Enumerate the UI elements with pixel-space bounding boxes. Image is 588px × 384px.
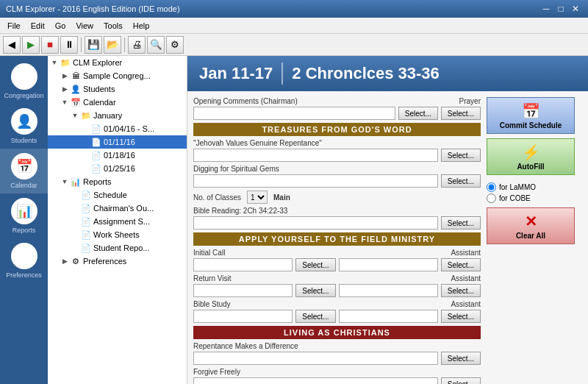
minimize-button[interactable]: ─ <box>539 3 553 15</box>
initial-call-input[interactable] <box>193 258 293 271</box>
menu-help[interactable]: Help <box>129 20 154 32</box>
clear-all-button[interactable]: ✕ Clear All <box>487 207 575 244</box>
talk1-select-button[interactable]: Select... <box>441 149 481 162</box>
toolbar-stop[interactable]: ■ <box>41 36 59 54</box>
menu-go[interactable]: Go <box>51 20 71 32</box>
bible-study-asst-select-button[interactable]: Select... <box>441 310 481 323</box>
toolbar-back[interactable]: ◀ <box>3 36 21 54</box>
students-icon: 👤 <box>16 113 32 129</box>
return-visit-asst-input[interactable] <box>339 284 438 297</box>
expand-week0104[interactable] <box>80 124 90 134</box>
expand-week0111[interactable] <box>80 137 90 147</box>
menu-view[interactable]: View <box>71 20 98 32</box>
expand-reports[interactable]: ▼ <box>60 177 70 187</box>
tree-item-schedule[interactable]: 📄 Schedule <box>48 188 187 202</box>
toolbar-pause[interactable]: ⏸ <box>60 36 78 54</box>
opening-comments-input[interactable] <box>193 107 395 120</box>
tree-item-calendar[interactable]: ▼ 📅 Calendar <box>48 96 187 109</box>
repentance-input[interactable] <box>193 352 438 365</box>
commit-schedule-button[interactable]: 📅 Commit Schedule <box>487 97 575 134</box>
chairmans-icon: 📄 <box>80 203 92 213</box>
toolbar-play[interactable]: ▶ <box>22 36 40 54</box>
autofill-button[interactable]: ⚡ AutoFill <box>487 138 575 175</box>
tree-item-assignment-s[interactable]: 📄 Assignment S... <box>48 215 187 228</box>
congregation-label: Congregation <box>4 92 43 99</box>
digging-input[interactable] <box>193 174 438 188</box>
digging-select-button[interactable]: Select... <box>441 174 481 188</box>
toolbar-search[interactable]: 🔍 <box>147 36 165 54</box>
tree-item-week0111[interactable]: 📄 01/11/16 <box>48 135 187 149</box>
expand-preferences[interactable]: ▶ <box>60 256 70 266</box>
expand-sample[interactable]: ▶ <box>60 71 70 81</box>
forgive-input[interactable] <box>193 377 438 384</box>
tree-item-sample-congregation[interactable]: ▶ 🏛 Sample Congreg... <box>48 69 187 82</box>
sidebar-item-calendar[interactable]: 📅 Calendar <box>0 149 48 193</box>
students-label: Students <box>11 137 37 144</box>
tree-item-preferences[interactable]: ▶ ⚙ Preferences <box>48 255 187 268</box>
talk1-input[interactable] <box>193 149 438 162</box>
sidebar-item-reports[interactable]: 📊 Reports <box>0 193 48 238</box>
menu-file[interactable]: File <box>3 20 25 32</box>
tree-item-student-repo[interactable]: 📄 Student Repo... <box>48 241 187 255</box>
close-button[interactable]: ✕ <box>569 3 582 15</box>
tree-item-clm-explorer[interactable]: ▼ 📁 CLM Explorer <box>48 56 187 69</box>
radio-cobe[interactable] <box>487 193 496 203</box>
expand-assignment[interactable] <box>70 216 80 227</box>
students-tree-label: Students <box>83 85 115 93</box>
expand-schedule[interactable] <box>70 190 80 200</box>
bible-study-input[interactable] <box>193 310 293 323</box>
expand-january[interactable]: ▼ <box>70 110 80 121</box>
expand-chairmans[interactable] <box>70 203 80 213</box>
schedule-right-panel: 📅 Commit Schedule ⚡ AutoFill for LaMMO <box>487 97 582 384</box>
tree-item-week0118[interactable]: 📄 01/18/16 <box>48 149 187 162</box>
tree-item-january[interactable]: ▼ 📁 January <box>48 109 187 122</box>
bible-study-select-button[interactable]: Select... <box>295 310 335 323</box>
commit-icon: 📅 <box>522 102 540 120</box>
forgive-select-button[interactable]: Select... <box>441 377 481 384</box>
return-visit-input[interactable] <box>193 284 293 297</box>
expand-worksheets[interactable] <box>70 230 80 240</box>
initial-call-select-button[interactable]: Select... <box>295 258 335 271</box>
toolbar-open[interactable]: 📂 <box>104 36 121 54</box>
repentance-select-button[interactable]: Select... <box>441 352 481 365</box>
chairmans-label: Chairman's Ou... <box>93 204 154 213</box>
opening-comments-label: Opening Comments (Chairman) <box>193 97 395 105</box>
expand-week0125[interactable] <box>80 163 90 174</box>
tree-item-worksheets[interactable]: 📄 Work Sheets <box>48 228 187 241</box>
opening-select-button[interactable]: Select... <box>398 107 438 120</box>
bible-study-asst-input[interactable] <box>339 310 438 323</box>
sidebar-item-congregation[interactable]: 🏛 Congregation <box>0 59 48 104</box>
toolbar-settings[interactable]: ⚙ <box>166 36 184 54</box>
clm-label: CLM Explorer <box>73 58 122 67</box>
expand-calendar[interactable]: ▼ <box>60 97 70 107</box>
return-visit-select-button[interactable]: Select... <box>295 284 335 297</box>
no-classes-select[interactable]: 1 2 <box>247 191 268 204</box>
menu-edit[interactable]: Edit <box>26 20 49 32</box>
initial-call-asst-select-button[interactable]: Select... <box>441 258 481 271</box>
tree-item-week0125[interactable]: 📄 01/25/16 <box>48 162 187 175</box>
bible-reading-input[interactable] <box>193 216 438 230</box>
expand-week0118[interactable] <box>80 150 90 160</box>
prayer-select-button[interactable]: Select... <box>441 107 481 120</box>
student-repo-label: Student Repo... <box>93 243 149 252</box>
maximize-button[interactable]: □ <box>554 3 567 15</box>
repentance-label: Repentance Makes a Difference <box>193 342 481 350</box>
tree-item-students[interactable]: ▶ 👤 Students <box>48 82 187 96</box>
tree-item-chairmans[interactable]: 📄 Chairman's Ou... <box>48 202 187 215</box>
expand-clm[interactable]: ▼ <box>49 57 60 68</box>
radio-lammo[interactable] <box>487 182 496 192</box>
students-icon-circle: 👤 <box>11 108 37 135</box>
expand-student-repo[interactable] <box>70 243 80 253</box>
sidebar-item-preferences[interactable]: ⚙ Preferences <box>0 238 48 283</box>
expand-students[interactable]: ▶ <box>60 84 70 94</box>
tree-item-week0104[interactable]: 📄 01/04/16 - S... <box>48 122 187 135</box>
toolbar-sep2 <box>124 38 125 52</box>
tree-item-reports[interactable]: ▼ 📊 Reports <box>48 175 187 188</box>
toolbar-print[interactable]: 🖨 <box>128 36 146 54</box>
sidebar-item-students[interactable]: 👤 Students <box>0 104 48 149</box>
menu-tools[interactable]: Tools <box>99 20 127 32</box>
bible-reading-select-button[interactable]: Select... <box>441 216 481 230</box>
toolbar-save[interactable]: 💾 <box>85 36 102 54</box>
initial-call-asst-input[interactable] <box>339 258 438 271</box>
return-visit-asst-select-button[interactable]: Select... <box>441 284 481 297</box>
